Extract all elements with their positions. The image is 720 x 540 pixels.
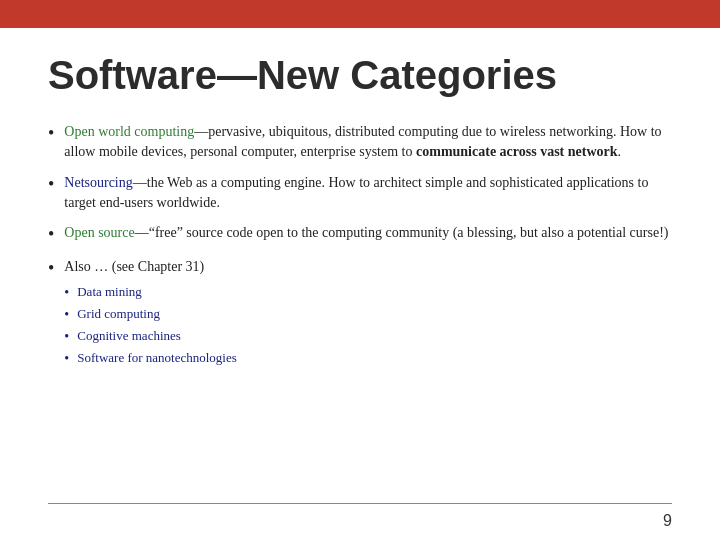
sub-dot-1: • [64, 282, 69, 303]
sub-label-cognitive-machines: Cognitive machines [77, 326, 181, 346]
open-world-label: Open world computing [64, 124, 194, 139]
slide-title: Software—New Categories [48, 52, 672, 98]
sub-label-software-nano: Software for nanotechnologies [77, 348, 237, 368]
sub-dot-2: • [64, 304, 69, 325]
bullet-open-source: • Open source—“free” source code open to… [48, 223, 672, 247]
sub-label-grid-computing: Grid computing [77, 304, 160, 324]
bullet-text-3: Open source—“free” source code open to t… [64, 223, 672, 243]
sub-label-data-mining: Data mining [77, 282, 142, 302]
bullet-netsourcing: • Netsourcing—the Web as a computing eng… [48, 173, 672, 214]
sub-bullet-grid-computing: • Grid computing [64, 304, 672, 325]
bullet-also: • Also … (see Chapter 31) • Data mining … [48, 257, 672, 369]
sub-bullets: • Data mining • Grid computing • Cogniti… [64, 282, 672, 369]
bullet-dot-3: • [48, 221, 54, 247]
open-source-label: Open source [64, 225, 134, 240]
bold-communicate: communicate across vast network [416, 144, 618, 159]
top-bar [0, 0, 720, 28]
bullet-open-world: • Open world computing—pervasive, ubiqui… [48, 122, 672, 163]
main-bullets: • Open world computing—pervasive, ubiqui… [48, 122, 672, 370]
bullet-text-2: Netsourcing—the Web as a computing engin… [64, 173, 672, 214]
bullet-text-1: Open world computing—pervasive, ubiquito… [64, 122, 672, 163]
bullet-text-4: Also … (see Chapter 31) • Data mining • … [64, 257, 672, 369]
bullet-dot-1: • [48, 120, 54, 146]
sub-bullet-software-nano: • Software for nanotechnologies [64, 348, 672, 369]
bottom-rule [48, 503, 672, 505]
sub-dot-3: • [64, 326, 69, 347]
page-number: 9 [663, 512, 672, 530]
netsourcing-label: Netsourcing [64, 175, 132, 190]
sub-dot-4: • [64, 348, 69, 369]
bullet-dot-4: • [48, 255, 54, 281]
slide-container: Software—New Categories • Open world com… [0, 28, 720, 540]
bullet-dot-2: • [48, 171, 54, 197]
sub-bullet-data-mining: • Data mining [64, 282, 672, 303]
sub-bullet-cognitive-machines: • Cognitive machines [64, 326, 672, 347]
